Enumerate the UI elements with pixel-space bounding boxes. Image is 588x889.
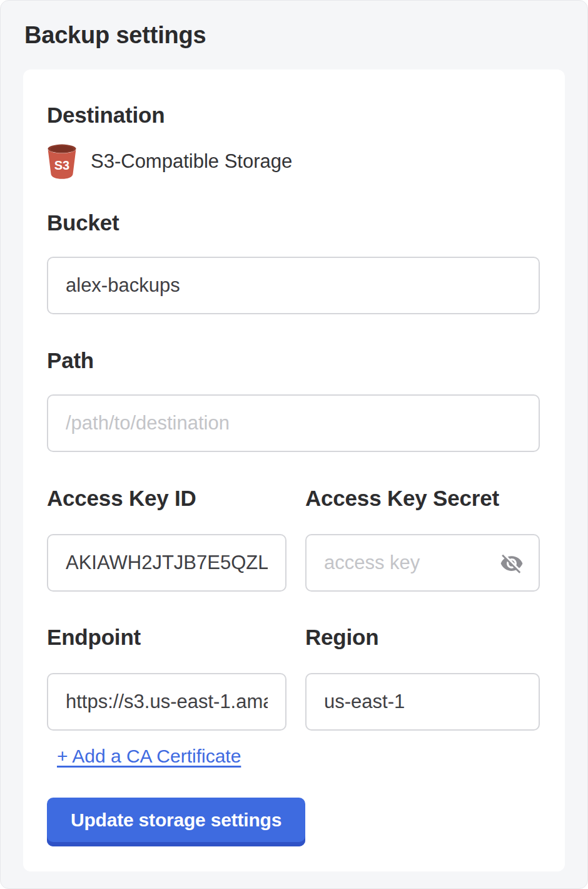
eye-off-icon[interactable] bbox=[500, 552, 524, 575]
page-title: Backup settings bbox=[24, 21, 564, 49]
endpoint-region-row: Endpoint Region bbox=[47, 626, 540, 731]
region-field: Region bbox=[305, 626, 540, 731]
path-label: Path bbox=[47, 349, 540, 372]
s3-bucket-icon: S3 bbox=[47, 144, 77, 179]
region-input[interactable] bbox=[305, 673, 540, 731]
access-key-secret-label: Access Key Secret bbox=[305, 487, 540, 510]
access-key-secret-field: Access Key Secret bbox=[305, 487, 540, 592]
update-storage-settings-button[interactable]: Update storage settings bbox=[47, 798, 305, 846]
region-label: Region bbox=[305, 626, 540, 649]
access-keys-row: Access Key ID Access Key Secret bbox=[47, 487, 540, 592]
path-input[interactable] bbox=[47, 394, 540, 452]
destination-value: S3-Compatible Storage bbox=[91, 150, 292, 173]
endpoint-input[interactable] bbox=[47, 673, 286, 731]
endpoint-label: Endpoint bbox=[47, 626, 286, 649]
endpoint-field: Endpoint bbox=[47, 626, 286, 731]
backup-settings-page: Backup settings Destination S3 S3-Compat… bbox=[0, 0, 588, 889]
svg-text:S3: S3 bbox=[54, 158, 69, 172]
add-ca-certificate-link[interactable]: + Add a CA Certificate bbox=[57, 746, 241, 767]
destination-value-row: S3 S3-Compatible Storage bbox=[47, 144, 540, 179]
bucket-input[interactable] bbox=[47, 257, 540, 314]
bucket-label: Bucket bbox=[47, 212, 540, 234]
access-key-id-label: Access Key ID bbox=[47, 487, 286, 510]
access-key-id-field: Access Key ID bbox=[47, 487, 286, 592]
access-key-id-input[interactable] bbox=[47, 534, 286, 592]
backup-settings-card: Destination S3 S3-Compatible Storage Buc… bbox=[23, 69, 565, 871]
destination-label: Destination bbox=[47, 104, 540, 126]
